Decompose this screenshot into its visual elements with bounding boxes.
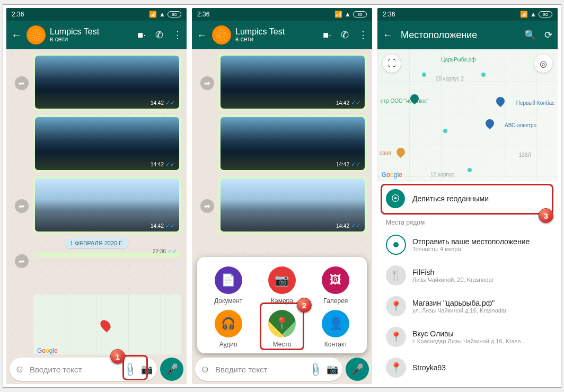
my-location-icon[interactable]: ◎ — [534, 55, 552, 73]
chat-title-block[interactable]: Lumpics Test в сети — [235, 27, 319, 43]
contact-icon: 👤 — [322, 310, 349, 337]
message-image[interactable]: ➦ 14:42✓✓ — [218, 54, 367, 111]
place-item[interactable]: 📍 Магазин "царьрыба.рф"ул. Лизы Чайкиной… — [377, 291, 558, 322]
mic-button[interactable]: 🎤 — [160, 358, 183, 381]
status-time: 2:36 — [197, 11, 209, 18]
place-item[interactable]: 🍴 FilFishЛизы Чайкиной, 20, Krasnodar — [377, 260, 558, 291]
read-ticks-icon: ✓✓ — [165, 161, 175, 168]
map-poi-label: Первый Колбас — [516, 100, 554, 106]
place-item[interactable]: 📍 Вкус Оливыг. Краснодар Лизы Чайкиной д… — [377, 322, 558, 352]
emoji-icon[interactable]: ☺ — [198, 364, 212, 375]
more-icon[interactable]: ⋮ — [173, 29, 182, 41]
input-placeholder: Введите текст — [215, 365, 305, 374]
location-list[interactable]: ⦿ Делиться геоданными Места рядом Отправ… — [377, 182, 558, 384]
battery-icon: 80 — [168, 11, 181, 17]
read-ticks-icon: ✓✓ — [351, 222, 360, 229]
send-current-location[interactable]: Отправить ваше местоположениеТочность: 4… — [377, 229, 558, 260]
text-input[interactable]: ☺ Введите текст 📎 📷 — [10, 358, 157, 381]
map[interactable]: ⛶ ◎ ЦарьРыба.рф 20 корпус 2 нтр ООО "ис … — [377, 49, 558, 182]
map-pin-icon — [98, 318, 112, 333]
forward-icon[interactable]: ➦ — [15, 254, 29, 268]
video-call-icon[interactable]: ■· — [323, 30, 331, 41]
message-image[interactable]: ➦ 14:42✓✓ — [33, 176, 181, 234]
forward-icon[interactable]: ➦ — [15, 199, 29, 213]
map-poi-label: нтр ООО "ис Плюс" — [381, 98, 429, 104]
message-location[interactable]: ➦ Google 22:36✓✓ — [33, 253, 181, 257]
attach-contact[interactable]: 👤Контакт — [309, 310, 363, 348]
forward-icon[interactable]: ➦ — [200, 199, 214, 213]
read-ticks-icon: ✓✓ — [168, 248, 177, 255]
map-pin-icon — [495, 95, 507, 108]
screen-chat: 2:36 📶 ▲ 80 ← Lumpics Test в сети ■· ✆ ⋮… — [6, 8, 187, 384]
attach-audio[interactable]: 🎧Аудио — [201, 310, 255, 348]
place-icon: 📍 — [386, 327, 406, 347]
date-pill: 1 ФЕВРАЛЯ 2020 Г. — [65, 238, 128, 248]
avatar[interactable] — [27, 25, 46, 44]
msg-time: 14:42 — [336, 223, 349, 229]
back-icon[interactable]: ← — [383, 30, 392, 41]
forward-icon[interactable]: ➦ — [15, 76, 29, 90]
voice-call-icon[interactable]: ✆ — [155, 29, 163, 41]
mic-button[interactable]: 🎤 — [346, 358, 369, 381]
target-icon — [386, 235, 406, 255]
attach-icon[interactable]: 📎 — [121, 360, 139, 378]
screen-attach: 2:36 📶 ▲ 80 ← Lumpics Test в сети ■· ✆ ⋮… — [192, 8, 372, 384]
place-icon: 📍 — [386, 358, 406, 378]
chat-title: Lumpics Test — [50, 27, 133, 37]
voice-call-icon[interactable]: ✆ — [341, 29, 349, 41]
signal-icon: 📶 — [520, 11, 528, 18]
attach-gallery[interactable]: 🖼Галерея — [309, 266, 363, 305]
input-bar: ☺ Введите текст 📎 📷 🎤 — [10, 358, 183, 381]
text-input[interactable]: ☺ Введите текст 📎 📷 — [195, 358, 342, 381]
chat-status: в сети — [50, 36, 133, 43]
place-item[interactable]: 📍 Stroyka93 — [377, 352, 558, 383]
status-bar: 2:36 📶 ▲ 80 — [6, 8, 187, 21]
attach-camera[interactable]: 📷Камера — [255, 266, 309, 305]
live-location-icon: ⦿ — [386, 189, 405, 208]
read-ticks-icon: ✓✓ — [165, 100, 175, 106]
document-icon: 📄 — [215, 266, 242, 294]
wifi-icon: ▲ — [159, 11, 165, 18]
chat-status: в сети — [235, 36, 319, 43]
wifi-icon: ▲ — [530, 11, 536, 18]
more-icon[interactable]: ⋮ — [358, 29, 368, 41]
camera-icon: 📷 — [268, 266, 296, 294]
chat-body[interactable]: ➦ 14:42✓✓ 14:42✓✓ ➦ 14:42✓✓ 1 ФЕВРАЛЯ 20… — [6, 49, 187, 354]
map-label: 20 корпус 2 — [436, 76, 464, 82]
msg-time: 14:42 — [336, 100, 349, 106]
status-bar: 2:36 📶 ▲ 80 — [192, 8, 372, 21]
place-icon: 📍 — [386, 296, 406, 316]
attach-icon[interactable]: 📎 — [306, 360, 324, 378]
msg-time: 22:36 — [153, 248, 166, 254]
map-label: 12 корпус — [430, 172, 454, 177]
google-logo: Google — [382, 171, 402, 179]
msg-time: 14:42 — [151, 162, 164, 167]
back-icon[interactable]: ← — [11, 29, 22, 41]
camera-icon[interactable]: 📷 — [140, 363, 154, 375]
battery-icon: 80 — [539, 11, 552, 17]
msg-time: 14:42 — [151, 223, 164, 229]
back-icon[interactable]: ← — [196, 29, 208, 41]
attach-document[interactable]: 📄Документ — [201, 266, 255, 305]
message-image[interactable]: 14:42✓✓ — [33, 115, 181, 172]
read-ticks-icon: ✓✓ — [351, 100, 360, 106]
fullscreen-icon[interactable]: ⛶ — [383, 55, 401, 73]
avatar[interactable] — [212, 25, 231, 44]
chat-title-block[interactable]: Lumpics Test в сети — [50, 27, 133, 43]
message-image[interactable]: ➦ 14:42✓✓ — [218, 176, 367, 234]
emoji-icon[interactable]: ☺ — [13, 364, 27, 375]
camera-icon[interactable]: 📷 — [325, 363, 339, 375]
refresh-icon[interactable]: ⟳ — [544, 29, 552, 41]
video-call-icon[interactable]: ■· — [137, 30, 146, 41]
share-live-location[interactable]: ⦿ Делиться геоданными — [377, 182, 558, 216]
place-icon: 🍴 — [386, 265, 406, 286]
search-icon[interactable]: 🔍 — [524, 29, 536, 41]
read-ticks-icon: ✓✓ — [351, 161, 360, 168]
message-image[interactable]: 14:42✓✓ — [218, 115, 367, 172]
chat-header: ← Lumpics Test в сети ■· ✆ ⋮ — [6, 21, 187, 49]
read-ticks-icon: ✓✓ — [165, 222, 175, 229]
message-image[interactable]: ➦ 14:42✓✓ — [33, 54, 181, 111]
forward-icon[interactable]: ➦ — [200, 76, 214, 90]
input-placeholder: Введите текст — [30, 365, 120, 374]
attach-location[interactable]: 📍Место — [255, 310, 309, 348]
